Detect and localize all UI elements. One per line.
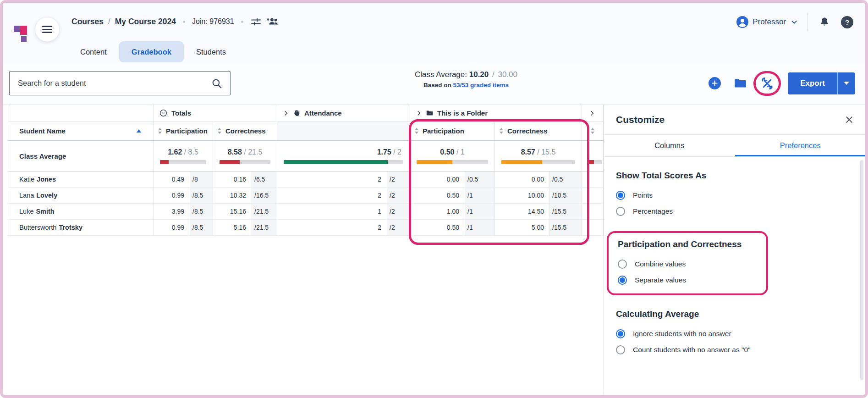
chevron-down-icon[interactable]: [790, 18, 798, 26]
class-average-cell-totals-participation[interactable]: 1.62 / 8.5: [154, 141, 213, 171]
score-cell[interactable]: 0.49: [154, 171, 190, 187]
radio-option-separate-values[interactable]: Separate values: [618, 272, 757, 288]
totals-group-header[interactable]: Totals: [154, 105, 277, 121]
denom-cell[interactable]: /0.5: [465, 171, 495, 187]
add-people-icon[interactable]: [266, 17, 279, 27]
denom-cell[interactable]: /2: [387, 188, 410, 203]
student-name-column-header[interactable]: Student Name: [8, 122, 154, 140]
denom-cell[interactable]: /1: [465, 220, 495, 235]
radio-option-percentages[interactable]: Percentages: [616, 203, 854, 219]
add-folder-button[interactable]: [733, 76, 747, 90]
score-cell[interactable]: 1.00: [410, 204, 465, 219]
denom-cell[interactable]: /2: [387, 171, 410, 187]
course-settings-sliders-icon[interactable]: [250, 16, 262, 28]
score-cell[interactable]: 0.99: [154, 220, 190, 235]
denom-cell[interactable]: /1: [465, 188, 495, 203]
radio-selected-icon[interactable]: [618, 276, 627, 285]
folder-correctness-column-header[interactable]: Correctness: [495, 122, 582, 140]
denom-cell[interactable]: /10.5: [550, 188, 582, 203]
panel-scrollbar[interactable]: [860, 160, 863, 380]
chevron-right-icon[interactable]: [416, 110, 422, 116]
class-average-cell-folder-participation[interactable]: 0.50 / 1: [410, 141, 495, 171]
profile-name[interactable]: Professor: [753, 17, 786, 27]
radio-option-ignore-students-with-no-answer[interactable]: Ignore students with no answer: [616, 326, 854, 342]
next-column-group-header[interactable]: [582, 105, 604, 121]
totals-correctness-column-header[interactable]: Correctness: [213, 122, 277, 140]
sort-icon[interactable]: [218, 128, 221, 134]
denom-cell[interactable]: /0.5: [550, 171, 582, 187]
score-cell[interactable]: 15.16: [213, 204, 252, 219]
score-cell[interactable]: 10.00: [495, 188, 550, 203]
breadcrumb-courses[interactable]: Courses: [71, 17, 104, 27]
radio-unselected-icon[interactable]: [616, 207, 625, 216]
denom-cell[interactable]: /15.5: [550, 220, 582, 235]
totals-participation-column-header[interactable]: Participation: [154, 122, 213, 140]
score-cell[interactable]: 1: [277, 204, 387, 219]
radio-option-count-students-with-no-answer-as-0[interactable]: Count students with no answer as "0": [616, 342, 854, 358]
score-cell[interactable]: 2: [277, 220, 387, 235]
score-cell[interactable]: 5.16: [213, 220, 252, 235]
add-column-button[interactable]: [709, 77, 721, 89]
class-average-cell-attendance[interactable]: 1.75 / 2: [277, 141, 410, 171]
score-cell[interactable]: 2: [277, 188, 387, 203]
denom-cell[interactable]: /21.5: [252, 204, 277, 219]
tab-gradebook[interactable]: Gradebook: [119, 41, 184, 62]
denom-cell[interactable]: /21.5: [252, 220, 277, 235]
export-button[interactable]: Export: [788, 72, 837, 94]
radio-unselected-icon[interactable]: [618, 260, 627, 269]
score-cell[interactable]: 0.50: [410, 188, 465, 203]
denom-cell[interactable]: /16.5: [252, 188, 277, 203]
chevron-right-icon[interactable]: [283, 110, 289, 116]
denom-cell[interactable]: /2: [387, 220, 410, 235]
score-cell[interactable]: 5.00: [495, 220, 550, 235]
sort-icon[interactable]: [500, 128, 503, 134]
chevron-right-icon[interactable]: [589, 110, 595, 116]
sort-icon[interactable]: [415, 128, 418, 134]
denom-cell[interactable]: /8.5: [190, 204, 213, 219]
hamburger-menu-button[interactable]: [35, 17, 60, 42]
help-icon[interactable]: ?: [841, 16, 853, 28]
sort-ascending-icon[interactable]: [137, 129, 141, 133]
score-cell[interactable]: 0.00: [410, 171, 465, 187]
search-icon[interactable]: [211, 77, 223, 89]
score-cell[interactable]: 14.50: [495, 204, 550, 219]
notifications-bell-icon[interactable]: [819, 17, 830, 28]
tab-preferences[interactable]: Preferences: [735, 135, 866, 156]
tab-students[interactable]: Students: [184, 41, 238, 62]
score-cell[interactable]: 0.16: [213, 171, 252, 187]
sort-icon[interactable]: [591, 128, 594, 134]
radio-selected-icon[interactable]: [616, 329, 625, 338]
class-average-cell-folder-correctness[interactable]: 8.57 / 15.5: [495, 141, 582, 171]
radio-selected-icon[interactable]: [616, 191, 625, 200]
export-dropdown-button[interactable]: [837, 72, 855, 94]
attendance-group-header[interactable]: Attendance: [277, 105, 410, 121]
student-name-cell[interactable]: LukeSmith: [8, 204, 154, 219]
close-icon[interactable]: [845, 115, 854, 124]
student-name-cell[interactable]: LanaLovely: [8, 188, 154, 203]
score-cell[interactable]: 0.00: [495, 171, 550, 187]
folder-group-header[interactable]: This is a Folder: [410, 105, 582, 121]
denom-cell[interactable]: /8.5: [190, 188, 213, 203]
folder-participation-column-header[interactable]: Participation: [410, 122, 495, 140]
radio-unselected-icon[interactable]: [616, 345, 625, 354]
student-name-cell[interactable]: ButtersworthTrotsky: [8, 220, 154, 235]
tab-content[interactable]: Content: [68, 41, 119, 62]
tab-columns[interactable]: Columns: [604, 135, 735, 156]
graded-items-link[interactable]: 53/53 graded items: [453, 82, 509, 88]
score-cell[interactable]: 0.99: [154, 188, 190, 203]
denom-cell[interactable]: /8: [190, 171, 213, 187]
customize-tools-button[interactable]: [760, 77, 774, 90]
score-cell[interactable]: 3.99: [154, 204, 190, 219]
radio-option-points[interactable]: Points: [616, 187, 854, 203]
radio-option-combine-values[interactable]: Combine values: [618, 256, 757, 272]
search-input[interactable]: [17, 78, 211, 88]
denom-cell[interactable]: /8.5: [190, 220, 213, 235]
sort-icon[interactable]: [158, 128, 162, 134]
score-cell[interactable]: 0.50: [410, 220, 465, 235]
next-column-header[interactable]: [582, 122, 604, 140]
student-name-cell[interactable]: KatieJones: [8, 171, 154, 187]
denom-cell[interactable]: /1: [465, 204, 495, 219]
score-cell[interactable]: 10.32: [213, 188, 252, 203]
class-average-cell-totals-correctness[interactable]: 8.58 / 21.5: [213, 141, 277, 171]
score-cell[interactable]: 2: [277, 171, 387, 187]
